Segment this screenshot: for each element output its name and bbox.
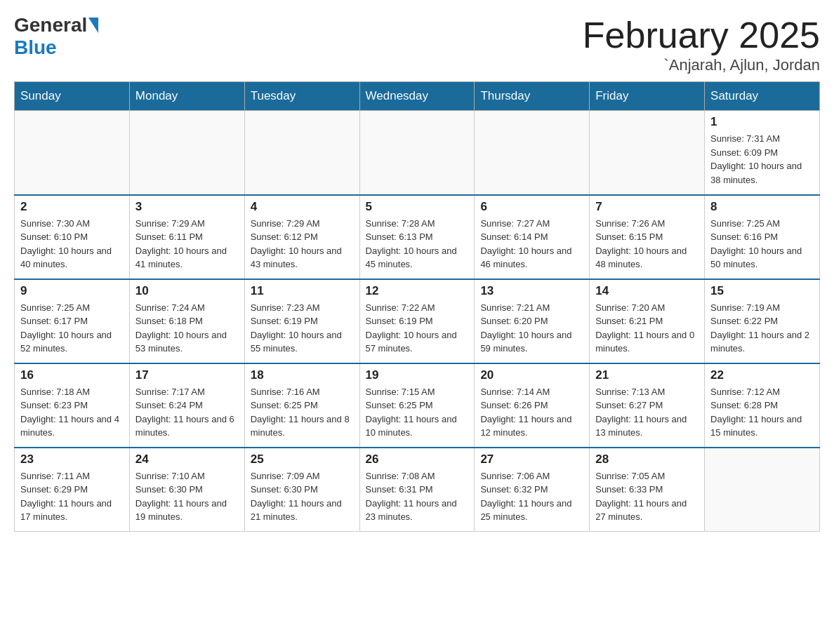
day-info: Sunrise: 7:06 AM Sunset: 6:32 PM Dayligh… [480,469,583,524]
calendar-cell: 12Sunrise: 7:22 AM Sunset: 6:19 PM Dayli… [359,279,475,363]
day-info: Sunrise: 7:29 AM Sunset: 6:12 PM Dayligh… [251,217,354,271]
day-number: 26 [366,452,469,467]
day-info: Sunrise: 7:14 AM Sunset: 6:26 PM Dayligh… [480,385,583,440]
calendar-cell: 13Sunrise: 7:21 AM Sunset: 6:20 PM Dayli… [475,279,590,363]
calendar-cell [15,111,130,195]
day-info: Sunrise: 7:31 AM Sunset: 6:09 PM Dayligh… [710,132,814,187]
calendar-cell: 15Sunrise: 7:19 AM Sunset: 6:22 PM Dayli… [705,279,820,363]
day-header-wednesday: Wednesday [359,82,475,111]
day-info: Sunrise: 7:26 AM Sunset: 6:15 PM Dayligh… [595,217,699,271]
week-row-3: 9Sunrise: 7:25 AM Sunset: 6:17 PM Daylig… [15,279,820,363]
calendar-cell: 21Sunrise: 7:13 AM Sunset: 6:27 PM Dayli… [590,363,705,448]
calendar-cell: 23Sunrise: 7:11 AM Sunset: 6:29 PM Dayli… [15,448,130,532]
calendar-cell [244,111,359,195]
day-header-sunday: Sunday [15,82,130,111]
calendar-cell: 1Sunrise: 7:31 AM Sunset: 6:09 PM Daylig… [705,111,820,195]
day-info: Sunrise: 7:30 AM Sunset: 6:10 PM Dayligh… [20,217,124,271]
calendar-cell: 8Sunrise: 7:25 AM Sunset: 6:16 PM Daylig… [705,195,820,279]
calendar-cell: 2Sunrise: 7:30 AM Sunset: 6:10 PM Daylig… [15,195,130,279]
day-info: Sunrise: 7:19 AM Sunset: 6:22 PM Dayligh… [710,301,814,356]
day-info: Sunrise: 7:25 AM Sunset: 6:17 PM Dayligh… [20,301,124,356]
day-header-tuesday: Tuesday [244,82,359,111]
calendar-cell: 19Sunrise: 7:15 AM Sunset: 6:25 PM Dayli… [359,363,475,448]
week-row-4: 16Sunrise: 7:18 AM Sunset: 6:23 PM Dayli… [15,363,820,448]
day-header-thursday: Thursday [475,82,590,111]
logo-general-text: General [14,14,87,36]
day-number: 5 [366,200,469,214]
title-section: February 2025 `Anjarah, Ajlun, Jordan [583,14,820,74]
day-number: 27 [480,452,583,467]
calendar-cell: 7Sunrise: 7:26 AM Sunset: 6:15 PM Daylig… [590,195,705,279]
day-info: Sunrise: 7:27 AM Sunset: 6:14 PM Dayligh… [480,217,583,271]
calendar-cell: 18Sunrise: 7:16 AM Sunset: 6:25 PM Dayli… [244,363,359,448]
calendar-cell: 24Sunrise: 7:10 AM Sunset: 6:30 PM Dayli… [129,448,244,532]
calendar-cell: 25Sunrise: 7:09 AM Sunset: 6:30 PM Dayli… [244,448,359,532]
calendar-cell [590,111,705,195]
day-info: Sunrise: 7:28 AM Sunset: 6:13 PM Dayligh… [366,217,469,271]
day-number: 28 [595,452,699,467]
calendar-cell: 16Sunrise: 7:18 AM Sunset: 6:23 PM Dayli… [15,363,130,448]
day-info: Sunrise: 7:29 AM Sunset: 6:11 PM Dayligh… [135,217,239,271]
calendar-cell [359,111,475,195]
calendar-cell: 26Sunrise: 7:08 AM Sunset: 6:31 PM Dayli… [359,448,475,532]
day-number: 23 [20,452,124,467]
day-number: 16 [20,368,124,382]
calendar-cell: 3Sunrise: 7:29 AM Sunset: 6:11 PM Daylig… [129,195,244,279]
day-info: Sunrise: 7:11 AM Sunset: 6:29 PM Dayligh… [20,469,124,524]
day-number: 17 [135,368,239,382]
day-number: 25 [251,452,354,467]
day-number: 4 [251,200,354,214]
day-info: Sunrise: 7:22 AM Sunset: 6:19 PM Dayligh… [366,301,469,356]
day-info: Sunrise: 7:08 AM Sunset: 6:31 PM Dayligh… [366,469,469,524]
calendar-cell: 10Sunrise: 7:24 AM Sunset: 6:18 PM Dayli… [129,279,244,363]
day-info: Sunrise: 7:13 AM Sunset: 6:27 PM Dayligh… [595,385,699,440]
logo-blue-text: Blue [14,36,57,59]
day-number: 13 [480,284,583,298]
day-number: 3 [135,200,239,214]
day-info: Sunrise: 7:23 AM Sunset: 6:19 PM Dayligh… [251,301,354,356]
calendar-table: SundayMondayTuesdayWednesdayThursdayFrid… [14,81,820,532]
day-number: 20 [480,368,583,382]
day-number: 19 [366,368,469,382]
location-subtitle: `Anjarah, Ajlun, Jordan [583,56,820,74]
day-info: Sunrise: 7:16 AM Sunset: 6:25 PM Dayligh… [251,385,354,440]
week-row-1: 1Sunrise: 7:31 AM Sunset: 6:09 PM Daylig… [15,111,820,195]
calendar-cell: 17Sunrise: 7:17 AM Sunset: 6:24 PM Dayli… [129,363,244,448]
day-header-friday: Friday [590,82,705,111]
calendar-cell: 20Sunrise: 7:14 AM Sunset: 6:26 PM Dayli… [475,363,590,448]
week-row-2: 2Sunrise: 7:30 AM Sunset: 6:10 PM Daylig… [15,195,820,279]
day-info: Sunrise: 7:05 AM Sunset: 6:33 PM Dayligh… [595,469,699,524]
day-info: Sunrise: 7:24 AM Sunset: 6:18 PM Dayligh… [135,301,239,356]
calendar-cell [705,448,820,532]
day-info: Sunrise: 7:17 AM Sunset: 6:24 PM Dayligh… [135,385,239,440]
day-number: 10 [135,284,239,298]
calendar-cell: 9Sunrise: 7:25 AM Sunset: 6:17 PM Daylig… [15,279,130,363]
month-title: February 2025 [583,14,820,56]
day-number: 14 [595,284,699,298]
day-info: Sunrise: 7:12 AM Sunset: 6:28 PM Dayligh… [710,385,814,440]
calendar-cell: 4Sunrise: 7:29 AM Sunset: 6:12 PM Daylig… [244,195,359,279]
day-number: 24 [135,452,239,467]
day-info: Sunrise: 7:09 AM Sunset: 6:30 PM Dayligh… [251,469,354,524]
calendar-cell: 28Sunrise: 7:05 AM Sunset: 6:33 PM Dayli… [590,448,705,532]
calendar-cell: 5Sunrise: 7:28 AM Sunset: 6:13 PM Daylig… [359,195,475,279]
day-number: 18 [251,368,354,382]
day-number: 8 [710,200,814,214]
day-number: 2 [20,200,124,214]
day-info: Sunrise: 7:25 AM Sunset: 6:16 PM Dayligh… [710,217,814,271]
day-number: 7 [595,200,699,214]
day-number: 1 [710,115,814,129]
day-number: 22 [710,368,814,382]
day-number: 9 [20,284,124,298]
calendar-cell: 27Sunrise: 7:06 AM Sunset: 6:32 PM Dayli… [475,448,590,532]
day-number: 21 [595,368,699,382]
week-row-5: 23Sunrise: 7:11 AM Sunset: 6:29 PM Dayli… [15,448,820,532]
day-info: Sunrise: 7:21 AM Sunset: 6:20 PM Dayligh… [480,301,583,356]
logo: General Blue [14,14,100,59]
calendar-cell [129,111,244,195]
calendar-cell: 22Sunrise: 7:12 AM Sunset: 6:28 PM Dayli… [705,363,820,448]
day-info: Sunrise: 7:10 AM Sunset: 6:30 PM Dayligh… [135,469,239,524]
day-number: 12 [366,284,469,298]
day-number: 15 [710,284,814,298]
logo-triangle-icon [88,18,98,33]
